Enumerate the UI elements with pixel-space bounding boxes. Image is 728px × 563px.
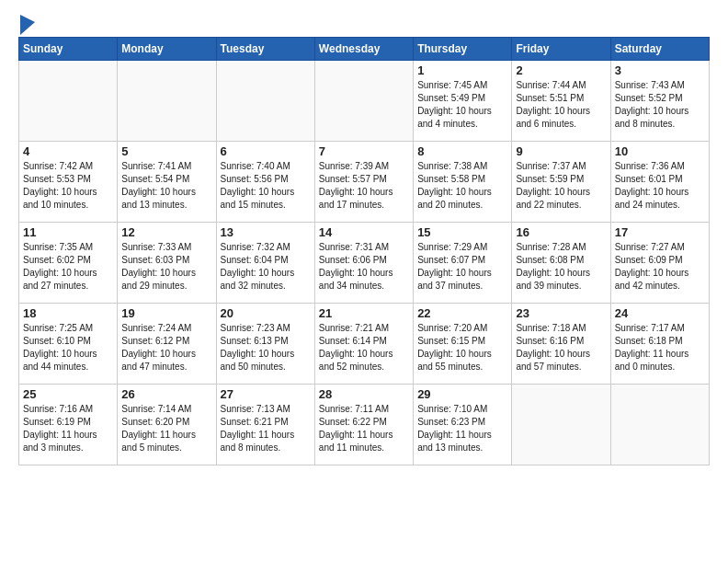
day-number: 2 bbox=[516, 63, 606, 77]
calendar-cell: 17Sunrise: 7:27 AM Sunset: 6:09 PM Dayli… bbox=[610, 223, 709, 304]
cell-info: Sunrise: 7:40 AM Sunset: 5:56 PM Dayligh… bbox=[221, 160, 311, 212]
cell-info: Sunrise: 7:45 AM Sunset: 5:49 PM Dayligh… bbox=[417, 79, 507, 131]
cell-info: Sunrise: 7:17 AM Sunset: 6:18 PM Dayligh… bbox=[615, 322, 705, 373]
day-number: 21 bbox=[319, 306, 409, 320]
cell-info: Sunrise: 7:16 AM Sunset: 6:19 PM Dayligh… bbox=[23, 403, 113, 454]
calendar-cell: 22Sunrise: 7:20 AM Sunset: 6:15 PM Dayli… bbox=[414, 304, 512, 385]
cell-info: Sunrise: 7:43 AM Sunset: 5:52 PM Dayligh… bbox=[615, 79, 705, 131]
cell-info: Sunrise: 7:18 AM Sunset: 6:16 PM Dayligh… bbox=[516, 322, 606, 373]
day-number: 27 bbox=[221, 387, 311, 401]
day-number: 8 bbox=[417, 144, 507, 158]
day-number: 10 bbox=[615, 144, 705, 158]
day-number: 9 bbox=[516, 144, 606, 158]
day-number: 19 bbox=[121, 306, 211, 320]
weekday-header-wednesday: Wednesday bbox=[314, 38, 413, 61]
weekday-header-sunday: Sunday bbox=[19, 38, 118, 61]
calendar-cell: 12Sunrise: 7:33 AM Sunset: 6:03 PM Dayli… bbox=[118, 223, 216, 304]
calendar-cell: 1Sunrise: 7:45 AM Sunset: 5:49 PM Daylig… bbox=[414, 61, 512, 142]
day-number: 18 bbox=[23, 306, 113, 320]
cell-info: Sunrise: 7:28 AM Sunset: 6:08 PM Dayligh… bbox=[516, 241, 606, 293]
cell-info: Sunrise: 7:39 AM Sunset: 5:57 PM Dayligh… bbox=[319, 160, 409, 212]
calendar-cell: 27Sunrise: 7:13 AM Sunset: 6:21 PM Dayli… bbox=[216, 385, 314, 465]
calendar-cell: 20Sunrise: 7:23 AM Sunset: 6:13 PM Dayli… bbox=[216, 304, 314, 385]
calendar-cell: 4Sunrise: 7:42 AM Sunset: 5:53 PM Daylig… bbox=[19, 142, 118, 223]
calendar-cell: 11Sunrise: 7:35 AM Sunset: 6:02 PM Dayli… bbox=[19, 223, 118, 304]
calendar-cell bbox=[610, 385, 709, 465]
logo bbox=[18, 15, 37, 31]
cell-info: Sunrise: 7:24 AM Sunset: 6:12 PM Dayligh… bbox=[121, 322, 211, 373]
calendar-cell: 18Sunrise: 7:25 AM Sunset: 6:10 PM Dayli… bbox=[19, 304, 118, 385]
calendar-cell: 23Sunrise: 7:18 AM Sunset: 6:16 PM Dayli… bbox=[512, 304, 610, 385]
day-number: 22 bbox=[417, 306, 507, 320]
calendar-cell: 28Sunrise: 7:11 AM Sunset: 6:22 PM Dayli… bbox=[314, 385, 413, 465]
calendar-cell: 3Sunrise: 7:43 AM Sunset: 5:52 PM Daylig… bbox=[610, 61, 709, 142]
day-number: 12 bbox=[121, 225, 211, 239]
cell-info: Sunrise: 7:42 AM Sunset: 5:53 PM Dayligh… bbox=[23, 160, 113, 212]
cell-info: Sunrise: 7:44 AM Sunset: 5:51 PM Dayligh… bbox=[516, 79, 606, 131]
day-number: 1 bbox=[417, 63, 507, 77]
calendar-table: SundayMondayTuesdayWednesdayThursdayFrid… bbox=[18, 37, 710, 465]
page-header bbox=[18, 15, 710, 31]
weekday-header-saturday: Saturday bbox=[610, 38, 709, 61]
cell-info: Sunrise: 7:23 AM Sunset: 6:13 PM Dayligh… bbox=[221, 322, 311, 373]
calendar-cell: 16Sunrise: 7:28 AM Sunset: 6:08 PM Dayli… bbox=[512, 223, 610, 304]
cell-info: Sunrise: 7:41 AM Sunset: 5:54 PM Dayligh… bbox=[121, 160, 211, 212]
calendar-cell: 19Sunrise: 7:24 AM Sunset: 6:12 PM Dayli… bbox=[118, 304, 216, 385]
weekday-header-monday: Monday bbox=[118, 38, 216, 61]
day-number: 17 bbox=[615, 225, 705, 239]
day-number: 24 bbox=[615, 306, 705, 320]
cell-info: Sunrise: 7:25 AM Sunset: 6:10 PM Dayligh… bbox=[23, 322, 113, 373]
day-number: 20 bbox=[221, 306, 311, 320]
day-number: 28 bbox=[319, 387, 409, 401]
cell-info: Sunrise: 7:20 AM Sunset: 6:15 PM Dayligh… bbox=[417, 322, 507, 373]
calendar-cell bbox=[314, 61, 413, 142]
day-number: 26 bbox=[121, 387, 211, 401]
calendar-cell bbox=[512, 385, 610, 465]
calendar-cell bbox=[118, 61, 216, 142]
calendar-cell bbox=[19, 61, 118, 142]
cell-info: Sunrise: 7:27 AM Sunset: 6:09 PM Dayligh… bbox=[615, 241, 705, 293]
calendar-cell: 15Sunrise: 7:29 AM Sunset: 6:07 PM Dayli… bbox=[414, 223, 512, 304]
day-number: 11 bbox=[23, 225, 113, 239]
calendar-cell: 21Sunrise: 7:21 AM Sunset: 6:14 PM Dayli… bbox=[314, 304, 413, 385]
cell-info: Sunrise: 7:10 AM Sunset: 6:23 PM Dayligh… bbox=[417, 403, 507, 454]
calendar-cell: 7Sunrise: 7:39 AM Sunset: 5:57 PM Daylig… bbox=[314, 142, 413, 223]
cell-info: Sunrise: 7:32 AM Sunset: 6:04 PM Dayligh… bbox=[221, 241, 311, 293]
calendar-cell: 26Sunrise: 7:14 AM Sunset: 6:20 PM Dayli… bbox=[118, 385, 216, 465]
day-number: 14 bbox=[319, 225, 409, 239]
day-number: 15 bbox=[417, 225, 507, 239]
cell-info: Sunrise: 7:37 AM Sunset: 5:59 PM Dayligh… bbox=[516, 160, 606, 212]
cell-info: Sunrise: 7:38 AM Sunset: 5:58 PM Dayligh… bbox=[417, 160, 507, 212]
calendar-cell: 2Sunrise: 7:44 AM Sunset: 5:51 PM Daylig… bbox=[512, 61, 610, 142]
calendar-cell: 13Sunrise: 7:32 AM Sunset: 6:04 PM Dayli… bbox=[216, 223, 314, 304]
weekday-header-thursday: Thursday bbox=[414, 38, 512, 61]
logo-icon bbox=[20, 15, 35, 35]
day-number: 5 bbox=[121, 144, 211, 158]
calendar-cell: 14Sunrise: 7:31 AM Sunset: 6:06 PM Dayli… bbox=[314, 223, 413, 304]
cell-info: Sunrise: 7:11 AM Sunset: 6:22 PM Dayligh… bbox=[319, 403, 409, 454]
cell-info: Sunrise: 7:13 AM Sunset: 6:21 PM Dayligh… bbox=[221, 403, 311, 454]
cell-info: Sunrise: 7:33 AM Sunset: 6:03 PM Dayligh… bbox=[121, 241, 211, 293]
cell-info: Sunrise: 7:14 AM Sunset: 6:20 PM Dayligh… bbox=[121, 403, 211, 454]
day-number: 7 bbox=[319, 144, 409, 158]
day-number: 4 bbox=[23, 144, 113, 158]
day-number: 25 bbox=[23, 387, 113, 401]
day-number: 29 bbox=[417, 387, 507, 401]
weekday-header-tuesday: Tuesday bbox=[216, 38, 314, 61]
day-number: 16 bbox=[516, 225, 606, 239]
day-number: 23 bbox=[516, 306, 606, 320]
calendar-cell: 8Sunrise: 7:38 AM Sunset: 5:58 PM Daylig… bbox=[414, 142, 512, 223]
day-number: 13 bbox=[221, 225, 311, 239]
day-number: 3 bbox=[615, 63, 705, 77]
calendar-cell bbox=[216, 61, 314, 142]
svg-marker-0 bbox=[20, 15, 35, 35]
cell-info: Sunrise: 7:21 AM Sunset: 6:14 PM Dayligh… bbox=[319, 322, 409, 373]
calendar-cell: 5Sunrise: 7:41 AM Sunset: 5:54 PM Daylig… bbox=[118, 142, 216, 223]
calendar-cell: 24Sunrise: 7:17 AM Sunset: 6:18 PM Dayli… bbox=[610, 304, 709, 385]
cell-info: Sunrise: 7:36 AM Sunset: 6:01 PM Dayligh… bbox=[615, 160, 705, 212]
calendar-cell: 6Sunrise: 7:40 AM Sunset: 5:56 PM Daylig… bbox=[216, 142, 314, 223]
calendar-cell: 10Sunrise: 7:36 AM Sunset: 6:01 PM Dayli… bbox=[610, 142, 709, 223]
day-number: 6 bbox=[221, 144, 311, 158]
weekday-header-friday: Friday bbox=[512, 38, 610, 61]
cell-info: Sunrise: 7:29 AM Sunset: 6:07 PM Dayligh… bbox=[417, 241, 507, 293]
